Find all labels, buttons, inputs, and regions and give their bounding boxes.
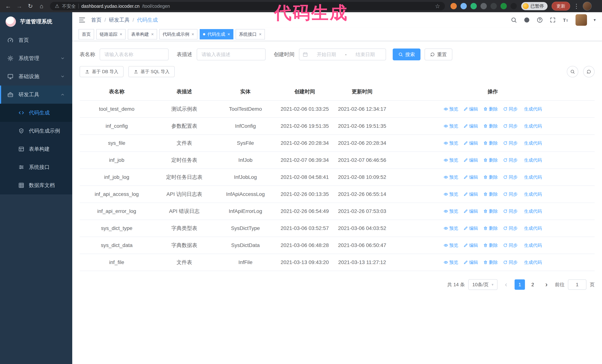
hamburger-icon[interactable] [78, 16, 86, 23]
forward-icon[interactable]: → [14, 1, 24, 11]
preview-action[interactable]: 预览 [444, 242, 458, 249]
preview-action[interactable]: 预览 [444, 225, 458, 232]
search-button[interactable]: 搜索 [393, 49, 420, 60]
sidebar-item-2[interactable]: 系统管理 [0, 49, 72, 67]
delete-action[interactable]: 删除 [483, 140, 498, 147]
edit-action[interactable]: 编辑 [463, 105, 478, 113]
paused-badge[interactable]: 已暂停 [521, 2, 548, 10]
extension-dark-icon[interactable] [491, 3, 497, 9]
preview-action[interactable]: 预览 [444, 191, 458, 198]
sidebar-subitem-2[interactable]: 代码生成示例 [0, 122, 72, 140]
extension-grid-icon[interactable] [481, 3, 487, 9]
generate-code-action[interactable]: 生成代码 [523, 191, 542, 198]
sync-action[interactable]: 同步 [503, 140, 518, 147]
edit-action[interactable]: 编辑 [463, 191, 478, 198]
table-name-input[interactable] [100, 49, 169, 60]
edit-action[interactable]: 编辑 [463, 208, 478, 215]
edit-action[interactable]: 编辑 [463, 123, 478, 130]
delete-action[interactable]: 删除 [483, 242, 498, 249]
preview-action[interactable]: 预览 [444, 174, 458, 181]
breadcrumb-item[interactable]: 首页 [91, 16, 101, 23]
sidebar-subitem-4[interactable]: 系统接口 [0, 158, 72, 176]
next-page-button[interactable]: › [541, 279, 552, 290]
toggle-search-button[interactable] [567, 66, 578, 77]
close-icon[interactable]: × [227, 32, 230, 37]
sync-action[interactable]: 同步 [503, 208, 518, 215]
edit-action[interactable]: 编辑 [463, 140, 478, 147]
date-range-picker[interactable]: 开始日期 - 结束日期 [299, 49, 386, 60]
sidebar-logo[interactable]: 芋道管理系统 [0, 12, 72, 31]
sync-action[interactable]: 同步 [503, 157, 518, 164]
browser-update-button[interactable]: 更新 [552, 2, 570, 10]
page-button-2[interactable]: 2 [527, 279, 538, 290]
reset-button[interactable]: 重置 [425, 49, 452, 60]
preview-action[interactable]: 预览 [444, 140, 458, 147]
home-icon[interactable]: ⌂ [37, 1, 46, 11]
delete-action[interactable]: 删除 [483, 259, 498, 266]
sidebar-subitem-3[interactable]: 表单构建 [0, 140, 72, 158]
goto-page-input[interactable] [568, 279, 586, 290]
delete-action[interactable]: 删除 [483, 208, 498, 215]
extension-orange-icon[interactable] [451, 3, 457, 9]
close-icon[interactable]: × [259, 32, 262, 37]
edit-action[interactable]: 编辑 [463, 242, 478, 249]
delete-action[interactable]: 删除 [483, 174, 498, 181]
sidebar-item-4[interactable]: 研发工具 [0, 85, 72, 104]
tab-6[interactable]: 系统接口× [236, 29, 265, 40]
sidebar-item-1[interactable]: 首页 [0, 31, 72, 49]
generate-code-action[interactable]: 生成代码 [523, 242, 542, 249]
date-end-placeholder[interactable]: 结束日期 [348, 51, 382, 58]
extension-lightblue-icon[interactable] [461, 3, 467, 9]
bookmark-star-icon[interactable]: ☆ [435, 3, 440, 10]
edit-action[interactable]: 编辑 [463, 174, 478, 181]
back-icon[interactable]: ← [3, 1, 13, 11]
extension-leaf-icon[interactable] [501, 3, 507, 9]
generate-code-action[interactable]: 生成代码 [523, 174, 542, 181]
sync-action[interactable]: 同步 [503, 123, 518, 130]
prev-page-button[interactable]: ‹ [501, 279, 511, 290]
edit-action[interactable]: 编辑 [463, 259, 478, 266]
breadcrumb-item[interactable]: 研发工具 [109, 16, 130, 23]
generate-code-action[interactable]: 生成代码 [523, 208, 542, 215]
sync-action[interactable]: 同步 [503, 225, 518, 232]
search-icon[interactable] [511, 17, 517, 23]
browser-menu-icon[interactable]: ⋮ [572, 3, 581, 10]
delete-action[interactable]: 删除 [483, 191, 498, 198]
close-icon[interactable]: × [120, 32, 122, 37]
generate-code-action[interactable]: 生成代码 [523, 105, 542, 113]
tab-1[interactable]: 首页 [78, 29, 94, 40]
address-bar[interactable]: ⚠ 不安全 dashboard.yudao.iocoder.cn/tool/co… [50, 2, 445, 10]
sidebar-subitem-1[interactable]: 代码生成 [0, 104, 72, 122]
generate-code-action[interactable]: 生成代码 [523, 225, 542, 232]
generate-code-action[interactable]: 生成代码 [523, 123, 542, 130]
delete-action[interactable]: 删除 [483, 105, 498, 113]
date-start-placeholder[interactable]: 开始日期 [309, 51, 344, 58]
edit-action[interactable]: 编辑 [463, 225, 478, 232]
preview-action[interactable]: 预览 [444, 105, 458, 113]
table-desc-input[interactable] [197, 49, 266, 60]
sync-action[interactable]: 同步 [503, 174, 518, 181]
tab-4[interactable]: 代码生成示例× [159, 29, 197, 40]
fullscreen-icon[interactable] [549, 17, 556, 23]
extension-green-check-icon[interactable] [471, 3, 477, 9]
reload-icon[interactable]: ↻ [26, 1, 35, 11]
import-db-button[interactable]: 基于 DB 导入 [80, 66, 124, 77]
close-icon[interactable]: × [192, 32, 194, 37]
text-size-icon[interactable]: TT [563, 17, 569, 23]
delete-action[interactable]: 删除 [483, 157, 498, 164]
import-sql-button[interactable]: 基于 SQL 导入 [128, 66, 175, 77]
sync-action[interactable]: 同步 [503, 191, 518, 198]
generate-code-action[interactable]: 生成代码 [523, 259, 542, 266]
extension-pin-icon[interactable] [510, 3, 517, 9]
page-button-1[interactable]: 1 [515, 279, 525, 290]
tab-3[interactable]: 表单构建× [128, 29, 157, 40]
sync-action[interactable]: 同步 [503, 259, 518, 266]
sidebar-item-3[interactable]: 基础设施 [0, 67, 72, 85]
generate-code-action[interactable]: 生成代码 [523, 140, 542, 147]
edit-action[interactable]: 编辑 [463, 157, 478, 164]
tab-2[interactable]: 链路追踪× [96, 29, 126, 40]
user-avatar[interactable] [576, 14, 587, 26]
delete-action[interactable]: 删除 [483, 225, 498, 232]
question-icon[interactable] [537, 17, 543, 23]
sync-action[interactable]: 同步 [503, 105, 518, 113]
